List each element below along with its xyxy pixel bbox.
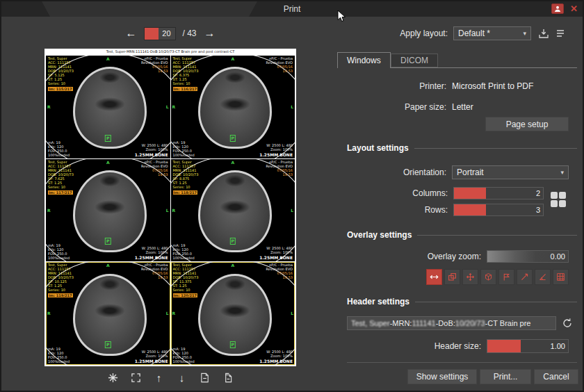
overlay-toggle-row bbox=[426, 269, 569, 285]
tab-windows[interactable]: Windows bbox=[337, 52, 391, 68]
rows-slider-fill bbox=[454, 204, 486, 215]
move-up-button[interactable]: ↑ bbox=[151, 370, 168, 385]
show-settings-button[interactable]: Show settings bbox=[407, 369, 477, 384]
preview-toolbar: ↑ ↓ bbox=[44, 370, 296, 385]
page-setup-button[interactable]: Page setup bbox=[485, 117, 569, 131]
fit-to-window-button[interactable] bbox=[128, 370, 145, 385]
facility-overlay: eP/C - Prueba Revolution EVO bbox=[266, 56, 293, 65]
orientation-value: Portrait bbox=[457, 168, 484, 177]
printer-value: Microsoft Print to PDF bbox=[452, 81, 569, 91]
overlay-toggle-3d[interactable] bbox=[480, 269, 496, 285]
preview-cell[interactable]: Test, Super ACC: 111157 MRN: 111141 DOB:… bbox=[46, 56, 170, 158]
image-number-overlay: Im: 115/217 bbox=[48, 87, 73, 91]
printer-label: Printer: bbox=[337, 81, 446, 91]
grid-overlay-icon bbox=[556, 272, 565, 281]
next-page-button[interactable]: → bbox=[203, 28, 217, 39]
printer-row: Printer: Microsoft Print to PDF bbox=[337, 79, 569, 93]
datetime-overlay: 07/05/16 14:53 bbox=[152, 168, 168, 177]
apply-layout-label: Apply layout: bbox=[337, 28, 448, 38]
print-preview-page[interactable]: Test, Super-MRN:111141-DoB:10/20/73-CT B… bbox=[44, 49, 296, 366]
footer-divider bbox=[347, 362, 577, 363]
technique-overlay: mA: 19 kVp: 120 FOV: 250.0 100%loaded bbox=[48, 140, 70, 157]
datetime-overlay: 07/05/16 14:53 bbox=[277, 168, 293, 177]
marker-posterior: P bbox=[105, 238, 111, 245]
study-info-overlay: ACC: 111157 MRN: 111141 DOB: 10/20/73 SP… bbox=[173, 267, 199, 292]
previous-page-button[interactable]: ← bbox=[124, 28, 138, 39]
image-number-overlay: Im: 120/217 bbox=[173, 293, 198, 297]
facility-overlay: eP/C - Prueba Revolution EVO bbox=[141, 56, 168, 65]
overlay-toggle-markers[interactable] bbox=[498, 269, 514, 285]
facility-overlay: eP/C - Prueba Revolution EVO bbox=[266, 263, 293, 271]
auto-arrange-icon bbox=[108, 373, 118, 383]
refresh-icon bbox=[562, 318, 573, 329]
grid-layout-button[interactable] bbox=[551, 192, 567, 209]
study-info-overlay: ACC: 111157 MRN: 111141 DOB: 10/20/73 SP… bbox=[48, 164, 74, 189]
preview-cell[interactable]: Test, Super ACC: 111157 MRN: 111141 DOB:… bbox=[171, 56, 295, 158]
auto-arrange-button[interactable] bbox=[105, 370, 122, 385]
overlay-toggle-angles[interactable] bbox=[535, 269, 551, 285]
grid-icon bbox=[551, 192, 558, 199]
support-icon-button[interactable] bbox=[551, 3, 564, 14]
page-number-input[interactable]: 20 bbox=[144, 27, 176, 40]
technique-overlay: mA: 19 kVp: 120 FOV: 250.0 100%loaded bbox=[173, 140, 195, 157]
overlay-zoom-slider[interactable]: 0.00 bbox=[487, 250, 569, 263]
marker-left: L bbox=[166, 105, 169, 109]
print-button[interactable]: Print... bbox=[480, 369, 531, 384]
overlay-toggle-measurements[interactable] bbox=[517, 269, 533, 285]
save-layout-button[interactable] bbox=[535, 26, 552, 41]
header-text-field[interactable]: Test, Super-MRN:111141-DoB:10/20/73-CT B… bbox=[347, 316, 556, 330]
rows-stepper[interactable]: 3 bbox=[453, 204, 544, 216]
study-info-overlay: ACC: 111157 MRN: 111141 DOB: 10/20/73 SP… bbox=[173, 60, 199, 85]
remove-page-button[interactable] bbox=[197, 370, 213, 385]
image-number-overlay: Im: 116/217 bbox=[173, 87, 198, 91]
marker-posterior: P bbox=[230, 238, 236, 245]
flag-marker-icon bbox=[502, 272, 511, 281]
overlay-zoom-value: 0.00 bbox=[551, 251, 565, 262]
marker-anterior: A bbox=[231, 161, 234, 165]
manage-layouts-button[interactable] bbox=[552, 26, 569, 41]
marker-posterior: P bbox=[230, 341, 236, 348]
marker-posterior: P bbox=[105, 135, 111, 142]
technique-overlay: mA: 19 kVp: 120 FOV: 250.0 100%loaded bbox=[48, 347, 70, 364]
columns-stepper[interactable]: 2 bbox=[453, 187, 544, 199]
preview-cell[interactable]: Test, Super ACC: 111157 MRN: 111141 DOB:… bbox=[46, 159, 170, 262]
window-level-overlay: W: 2500 L: 480 Zoom: 100% bbox=[266, 143, 293, 152]
study-info-overlay: ACC: 111157 MRN: 111141 DOB: 10/20/73 SP… bbox=[173, 164, 199, 189]
datetime-overlay: 07/05/16 14:53 bbox=[277, 271, 293, 279]
preview-cell[interactable]: Test, Super ACC: 111157 MRN: 111141 DOB:… bbox=[171, 159, 295, 262]
marker-anterior: A bbox=[106, 263, 110, 268]
preview-cell[interactable]: Test, Super ACC: 111157 MRN: 111141 DOB:… bbox=[46, 262, 170, 365]
overlay-toggle-annotations[interactable] bbox=[444, 269, 460, 285]
marker-posterior: P bbox=[230, 135, 236, 142]
save-layout-icon bbox=[538, 28, 549, 39]
header-size-slider[interactable]: 1.00 bbox=[487, 339, 569, 353]
marker-right: R bbox=[47, 311, 51, 316]
page-total-label: / 43 bbox=[182, 28, 196, 38]
horizontal-arrows-icon bbox=[430, 272, 439, 281]
series-description-overlay: 1.25MM BONE bbox=[259, 255, 293, 260]
overlay-toggle-pan[interactable] bbox=[426, 269, 442, 285]
overlay-settings-title: Overlay settings bbox=[347, 230, 412, 240]
patient-name-segment: Test, Super bbox=[351, 319, 390, 327]
orientation-dropdown[interactable]: Portrait ▾ bbox=[452, 165, 569, 179]
move-down-button[interactable]: ↓ bbox=[174, 370, 190, 385]
series-description-overlay: 1.25MM BONE bbox=[135, 359, 168, 364]
window-level-overlay: W: 2500 L: 480 Zoom: 100% bbox=[142, 143, 168, 152]
marker-anterior: A bbox=[106, 57, 110, 61]
layout-dropdown[interactable]: Default * ▾ bbox=[453, 26, 531, 40]
paper-size-row: Paper size: Letter bbox=[337, 100, 569, 114]
remove-page-icon bbox=[200, 373, 210, 383]
overlay-toggle-grid[interactable] bbox=[553, 269, 569, 285]
reset-header-button[interactable] bbox=[559, 316, 576, 331]
preview-cell[interactable]: Test, Super ACC: 111157 MRN: 111141 DOB:… bbox=[171, 262, 295, 365]
columns-slider-fill bbox=[454, 188, 486, 199]
columns-row: Columns: 2 bbox=[337, 186, 544, 200]
overlay-toggle-move[interactable] bbox=[462, 269, 478, 285]
orientation-row: Orientation: Portrait ▾ bbox=[337, 165, 569, 179]
remove-all-pages-button[interactable] bbox=[220, 370, 236, 385]
marker-right: R bbox=[47, 209, 51, 213]
cancel-button[interactable]: Cancel bbox=[534, 369, 578, 384]
marker-left: L bbox=[291, 209, 293, 213]
close-button[interactable]: ✕ bbox=[570, 3, 578, 15]
tab-dicom[interactable]: DICOM bbox=[391, 54, 438, 67]
